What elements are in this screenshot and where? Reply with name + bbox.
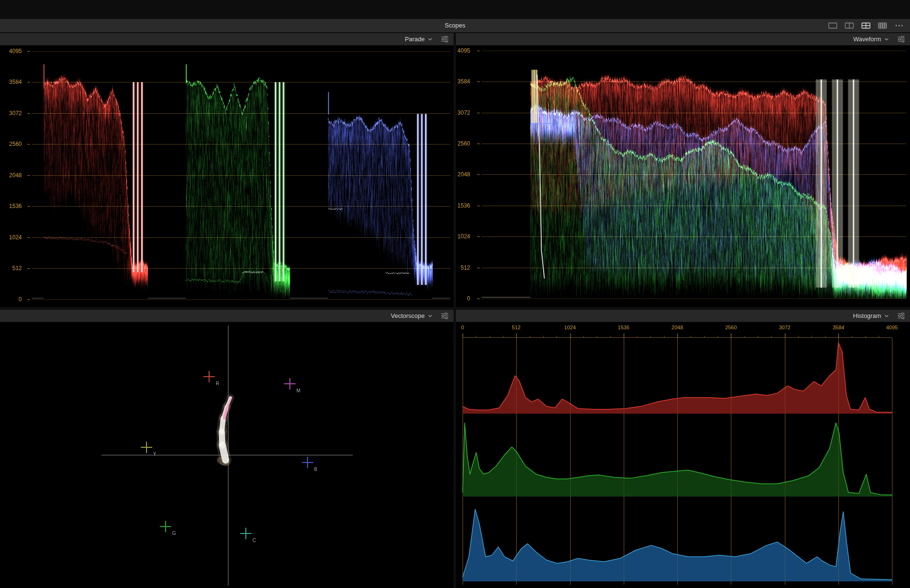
vectorscope-scope-display — [0, 323, 454, 588]
sliders-icon — [441, 312, 449, 319]
waveform-panel: Waveform 4095358430722560204815361024512… — [456, 33, 910, 307]
histogram-canvas — [456, 323, 910, 588]
vectorscope-settings-button[interactable] — [441, 312, 449, 319]
window-title: Scopes — [0, 19, 910, 32]
chevron-down-icon — [884, 38, 889, 41]
layout-two-up-icon — [845, 22, 854, 29]
window-chrome-strip — [0, 0, 910, 19]
histogram-scope-display: 05121024153620482560307235844095 — [456, 323, 910, 588]
layout-grid-2x2-button[interactable] — [860, 21, 872, 30]
layout-grid-4x4-icon — [878, 22, 887, 29]
parade-panel: Parade 40953584307225602048153610245120 — [0, 33, 454, 307]
waveform-header: Waveform — [456, 33, 910, 45]
histogram-scope-type-dropdown[interactable]: Histogram — [853, 312, 889, 319]
parade-dropdown-label: Parade — [405, 36, 425, 43]
layout-single-icon — [828, 22, 837, 29]
histogram-dropdown-label: Histogram — [853, 312, 881, 319]
titlebar: Scopes — [0, 19, 910, 32]
vectorscope-header: Vectorscope — [0, 310, 454, 322]
more-options-button[interactable] — [893, 21, 905, 30]
histogram-settings-button[interactable] — [897, 312, 905, 319]
parade-header: Parade — [0, 33, 454, 45]
more-options-icon — [895, 22, 903, 29]
vectorscope-dropdown-label: Vectorscope — [391, 312, 425, 319]
waveform-scope-type-dropdown[interactable]: Waveform — [853, 36, 889, 43]
waveform-scope-display: 40953584307225602048153610245120 — [456, 46, 910, 307]
layout-grid-4x4-button[interactable] — [876, 21, 889, 30]
parade-scope-canvas — [0, 46, 454, 307]
sliders-icon — [897, 312, 905, 319]
chevron-down-icon — [428, 38, 432, 41]
sliders-icon — [897, 36, 905, 43]
histogram-header: Histogram — [456, 310, 910, 322]
waveform-scope-canvas — [456, 46, 910, 307]
layout-single-button[interactable] — [827, 21, 839, 30]
histogram-panel: Histogram 051210241536204825603072358440… — [456, 310, 910, 588]
parade-scope-type-dropdown[interactable]: Parade — [405, 36, 432, 43]
layout-grid-2x2-icon — [861, 22, 871, 29]
vectorscope-panel: Vectorscope — [0, 310, 454, 588]
parade-scope-display: 40953584307225602048153610245120 — [0, 46, 454, 307]
layout-two-up-button[interactable] — [843, 21, 855, 30]
vectorscope-canvas — [0, 323, 454, 588]
sliders-icon — [441, 36, 449, 43]
waveform-settings-button[interactable] — [897, 36, 905, 43]
parade-settings-button[interactable] — [441, 36, 449, 43]
chevron-down-icon — [428, 315, 432, 317]
waveform-dropdown-label: Waveform — [853, 36, 881, 43]
layout-controls — [827, 19, 905, 32]
chevron-down-icon — [884, 315, 889, 317]
vectorscope-scope-type-dropdown[interactable]: Vectorscope — [391, 312, 432, 319]
